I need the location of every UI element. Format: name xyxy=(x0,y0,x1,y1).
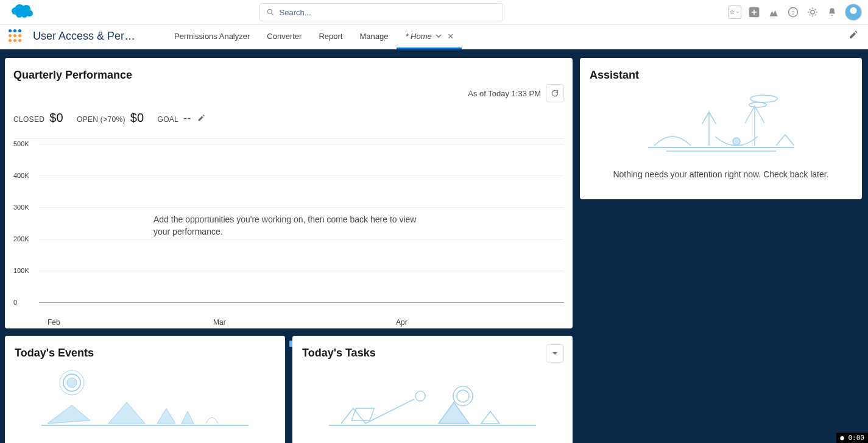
svg-rect-10 xyxy=(351,408,374,420)
x-tick: Feb xyxy=(48,318,60,327)
chevron-down-icon xyxy=(736,10,739,15)
question-icon: ? xyxy=(788,7,799,18)
bell-icon xyxy=(827,7,838,18)
svg-point-13 xyxy=(457,390,469,402)
svg-point-17 xyxy=(749,102,766,107)
tab-permissions-analyzer[interactable]: Permissions Analyzer xyxy=(166,25,258,49)
salesforce-logo xyxy=(10,4,34,21)
y-tick: 200K xyxy=(13,235,29,243)
trailhead-icon xyxy=(767,6,780,18)
y-tick: 500K xyxy=(13,140,29,147)
x-tick: Mar xyxy=(213,318,226,327)
tab-label: Manage xyxy=(359,32,388,41)
assistant-illustration xyxy=(590,88,852,161)
kpi-label: CLOSED xyxy=(13,115,44,124)
tab-converter[interactable]: Converter xyxy=(258,25,310,49)
quarterly-performance-card: Quarterly Performance As of Today 1:33 P… xyxy=(5,58,573,328)
tab-label: * Home xyxy=(405,32,431,41)
edit-goal-button[interactable] xyxy=(197,114,205,124)
refresh-icon xyxy=(551,89,559,97)
star-icon xyxy=(730,9,735,16)
global-search[interactable] xyxy=(259,3,503,21)
app-name: User Access & Per… xyxy=(33,30,135,43)
todays-events-card: Today's Events xyxy=(5,336,285,443)
events-illustration xyxy=(15,366,275,433)
assistant-message: Nothing needs your attention right now. … xyxy=(590,169,852,179)
user-avatar[interactable] xyxy=(845,4,862,21)
help-button[interactable]: ? xyxy=(786,5,800,19)
x-tick: Apr xyxy=(396,318,408,327)
assistant-card: Assistant Nothing needs xyxy=(580,58,862,199)
todays-tasks-card: Today's Tasks xyxy=(292,336,573,443)
plus-icon xyxy=(748,6,760,18)
tab-label: Permissions Analyzer xyxy=(174,32,250,41)
kpi-value: -- xyxy=(183,112,191,125)
refresh-button[interactable] xyxy=(546,84,564,102)
card-title: Assistant xyxy=(590,69,852,82)
svg-point-12 xyxy=(415,391,425,401)
kpi-goal: GOAL -- xyxy=(158,112,205,125)
kpi-value: $0 xyxy=(49,111,63,125)
chevron-down-icon[interactable] xyxy=(436,32,442,41)
tab-home[interactable]: * Home × xyxy=(397,25,462,49)
close-tab-button[interactable]: × xyxy=(448,31,453,42)
edit-page-button[interactable] xyxy=(849,30,858,42)
svg-point-18 xyxy=(733,138,740,145)
y-tick: 100K xyxy=(13,267,29,274)
svg-point-8 xyxy=(67,378,77,388)
tab-label: Report xyxy=(319,32,342,41)
card-title: Quarterly Performance xyxy=(13,69,564,82)
svg-line-1 xyxy=(271,13,273,15)
svg-point-14 xyxy=(453,386,473,406)
global-add-button[interactable] xyxy=(747,5,761,19)
gear-icon xyxy=(807,7,818,18)
caret-down-icon xyxy=(552,350,558,356)
pencil-icon xyxy=(849,30,858,40)
svg-text:?: ? xyxy=(791,9,795,16)
tab-label: Converter xyxy=(267,32,302,41)
y-tick: 400K xyxy=(13,172,29,179)
search-input[interactable] xyxy=(280,8,496,17)
y-tick: 300K xyxy=(13,204,29,211)
y-tick: 0 xyxy=(13,299,17,306)
notifications-button[interactable] xyxy=(825,5,839,19)
kpi-label: OPEN (>70%) xyxy=(77,115,125,124)
setup-button[interactable] xyxy=(806,5,819,19)
as-of-text: As of Today 1:33 PM xyxy=(468,89,541,98)
tasks-menu-button[interactable] xyxy=(546,344,564,363)
favorites-button[interactable] xyxy=(728,5,741,19)
trailhead-button[interactable] xyxy=(767,5,780,19)
svg-point-5 xyxy=(811,10,814,14)
app-launcher-button[interactable] xyxy=(9,29,22,43)
search-icon xyxy=(266,8,275,16)
pencil-icon xyxy=(197,114,205,122)
tasks-illustration xyxy=(302,366,563,433)
kpi-label: GOAL xyxy=(158,115,179,124)
performance-chart: 500K 400K 300K 200K 100K 0 Feb Mar Apr A… xyxy=(13,138,564,321)
kpi-open: OPEN (>70%) $0 xyxy=(77,111,144,125)
tab-report[interactable]: Report xyxy=(310,25,351,49)
recording-time-badge: ● 0:00 xyxy=(836,433,868,443)
app-nav-bar: User Access & Per… Permissions Analyzer … xyxy=(0,24,868,49)
kpi-closed: CLOSED $0 xyxy=(13,111,63,125)
svg-point-16 xyxy=(750,95,777,102)
card-title: Today's Events xyxy=(15,347,275,360)
chart-empty-message: Add the opportunities you're working on,… xyxy=(153,213,434,238)
kpi-value: $0 xyxy=(130,111,144,125)
global-header: ? xyxy=(0,0,868,24)
svg-point-0 xyxy=(267,9,272,13)
card-title: Today's Tasks xyxy=(302,347,563,360)
tab-manage[interactable]: Manage xyxy=(351,25,397,49)
page-body: Quarterly Performance As of Today 1:33 P… xyxy=(0,49,868,443)
